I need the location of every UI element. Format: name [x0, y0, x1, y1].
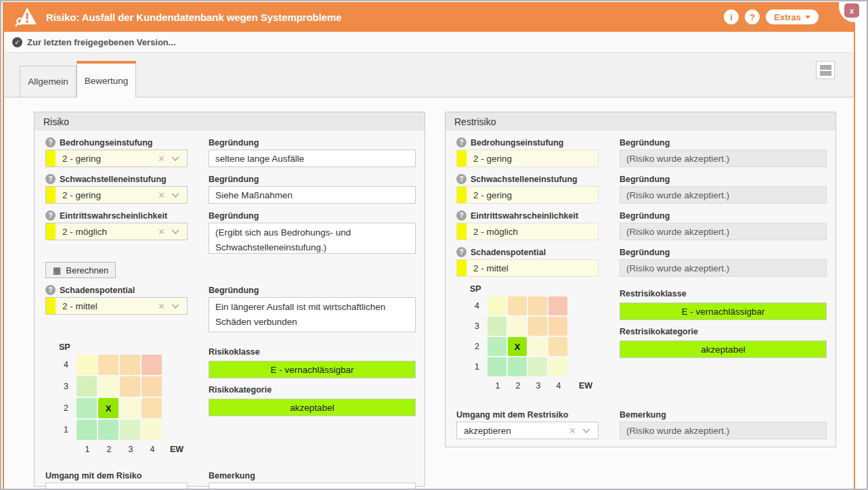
help-circle-icon[interactable]: ?	[456, 247, 466, 257]
clear-icon[interactable]: ✕	[158, 154, 165, 164]
matrix-cell-sp2-ew1	[487, 337, 506, 356]
matrix-cell-sp1-ew1	[487, 357, 506, 376]
bemerkung-input[interactable]	[209, 483, 416, 490]
matrix-cell-sp3-ew2	[98, 376, 118, 397]
clear-icon[interactable]: ✕	[158, 227, 165, 237]
begruendung-label: Begründung	[209, 137, 416, 148]
bemerkung-label: Bemerkung	[209, 470, 416, 481]
rest-schwachstellen-dropdown: 2 - gering	[456, 186, 599, 204]
matrix-cell-sp3-ew3	[528, 317, 547, 336]
tab-bewertung[interactable]: Bewertung	[77, 61, 136, 97]
restrisikoklasse-label: Restrisikoklasse	[620, 289, 827, 300]
matrix-row-labels: 4 3 2 1	[456, 296, 487, 378]
umgang-risiko-dropdown[interactable]: akzeptieren ✕	[45, 483, 188, 490]
matrix-cell-sp1-ew2	[508, 357, 527, 376]
matrix-cell-sp3-ew4	[548, 317, 567, 336]
begruendung-label: Begründung	[209, 173, 416, 185]
rest-bedrohung-label-row: ? Bedrohungseinstufung	[456, 137, 599, 148]
version-bar: ✓ Zur letzten freigegebenen Version...	[4, 32, 854, 53]
matrix-cell-sp2-ew3	[528, 337, 547, 356]
risk-dialog-window: Risiko: Ausfall der Kundendatenbank wege…	[3, 2, 855, 489]
chevron-down-icon[interactable]	[171, 301, 179, 309]
tab-allgemein[interactable]: Allgemein	[20, 66, 77, 97]
matrix-ew-axis-label: EW	[576, 381, 596, 391]
matrix-cell-sp2-ew3	[120, 398, 140, 418]
berechnen-button[interactable]: ▦ Berechnen	[45, 262, 116, 278]
risikokategorie-label: Risikokategorie	[209, 385, 416, 397]
risiko-panel: Risiko ? Bedrohungseinstufung 2 - gering…	[34, 112, 425, 487]
schwachstellen-label-row: ? Schwachstelleneinstufung	[45, 173, 188, 185]
close-icon: x	[850, 7, 854, 15]
severity-color-chip	[457, 260, 466, 276]
close-button[interactable]: x	[844, 3, 859, 18]
rest-bemerkung-readonly: (Risiko wurde akzeptiert.)	[620, 422, 827, 439]
restrisikokategorie-label: Restrisikokategorie	[620, 327, 827, 338]
restrisiko-panel-title: Restrisiko	[446, 112, 836, 131]
page-title: Risiko: Ausfall der Kundendatenbank wege…	[46, 12, 724, 23]
umgang-restrisiko-label: Umgang mit dem Restrisiko	[456, 409, 599, 420]
rest-schwachstellen-label-row: ? Schwachstelleneinstufung	[456, 173, 599, 185]
severity-color-chip	[46, 187, 56, 203]
severity-color-chip	[457, 150, 466, 166]
umgang-restrisiko-dropdown[interactable]: akzeptieren ✕	[456, 422, 599, 439]
matrix-cell-sp3-ew2	[508, 317, 527, 336]
restrisiko-panel: Restrisiko ? Bedrohungseinstufung 2 - ge…	[445, 112, 836, 447]
chevron-down-icon[interactable]	[171, 154, 179, 161]
extras-button[interactable]: Extras	[766, 9, 819, 24]
help-circle-icon[interactable]: ?	[456, 174, 466, 184]
rest-bedrohung-begruendung-readonly: (Risiko wurde akzeptiert.)	[620, 150, 827, 167]
clear-icon[interactable]: ✕	[158, 487, 165, 490]
chevron-down-icon[interactable]	[171, 227, 179, 234]
risikokategorie-value-bar: akzeptabel	[209, 399, 416, 416]
chevron-down-icon[interactable]	[171, 190, 179, 198]
clear-icon[interactable]: ✕	[158, 301, 165, 311]
matrix-cell-sp1-ew3	[120, 420, 140, 440]
schaden-begruendung-textarea[interactable]: Ein längerer Ausfall ist mit wirtschaftl…	[209, 297, 416, 332]
tab-strip: Allgemein Bewertung	[4, 53, 854, 97]
rest-risk-matrix: SP 4 3 2 1 X 1	[456, 284, 599, 391]
clear-icon[interactable]: ✕	[158, 190, 165, 200]
matrix-cell-sp3-ew1	[487, 317, 506, 336]
matrix-cell-sp1-ew2	[98, 420, 118, 440]
last-approved-version-link[interactable]: Zur letzten freigegebenen Version...	[27, 37, 176, 47]
schwachstellen-dropdown[interactable]: 2 - gering ✕	[45, 186, 188, 204]
rest-eintritt-begruendung-readonly: (Risiko wurde akzeptiert.)	[620, 223, 827, 240]
eintritt-begruendung-textarea[interactable]: (Ergibt sich aus Bedrohungs- und Schwach…	[209, 223, 416, 254]
chevron-down-icon[interactable]	[171, 487, 179, 490]
begruendung-label: Begründung	[620, 173, 827, 185]
rest-bedrohung-dropdown: 2 - gering	[456, 150, 599, 167]
help-circle-icon[interactable]: ?	[456, 137, 466, 148]
matrix-cell-sp2-ew1	[77, 398, 97, 418]
severity-color-chip	[457, 187, 466, 203]
help-circle-icon[interactable]: ?	[45, 174, 56, 184]
rest-schwachstellen-begruendung-readonly: (Risiko wurde akzeptiert.)	[620, 186, 827, 204]
help-circle-icon[interactable]: ?	[456, 210, 466, 221]
extras-label: Extras	[774, 12, 801, 22]
bedrohung-dropdown[interactable]: 2 - gering ✕	[45, 150, 188, 167]
severity-color-chip	[46, 150, 56, 166]
layout-toggle-button[interactable]	[816, 61, 835, 79]
matrix-sp-axis-label: SP	[59, 342, 188, 352]
matrix-cell-sp4-ew2	[508, 296, 527, 315]
rest-schaden-begruendung-readonly: (Risiko wurde akzeptiert.)	[620, 259, 827, 277]
titlebar: Risiko: Ausfall der Kundendatenbank wege…	[4, 2, 854, 32]
matrix-cell-sp2-ew4	[142, 398, 162, 418]
bedrohung-begruendung-input[interactable]	[209, 150, 416, 167]
chevron-down-icon[interactable]	[582, 426, 590, 433]
matrix-cell-sp1-ew4	[142, 420, 162, 440]
help-button[interactable]: ?	[745, 9, 760, 24]
info-button[interactable]: i	[724, 9, 739, 24]
clear-icon[interactable]: ✕	[569, 426, 576, 436]
check-icon: ✓	[12, 37, 22, 47]
matrix-cell-sp1-ew4	[548, 357, 567, 376]
matrix-cell-sp4-ew1	[77, 355, 97, 375]
help-circle-icon[interactable]: ?	[45, 285, 56, 295]
schwachstellen-begruendung-input[interactable]	[209, 186, 416, 204]
matrix-col-labels: 1 2 3 4 EW	[487, 381, 599, 391]
help-circle-icon[interactable]: ?	[45, 137, 56, 148]
eintritt-dropdown[interactable]: 2 - möglich ✕	[45, 223, 188, 240]
matrix-grid: X	[487, 296, 567, 378]
schaden-dropdown[interactable]: 2 - mittel ✕	[45, 297, 188, 315]
help-circle-icon[interactable]: ?	[45, 210, 56, 221]
bedrohung-label-row: ? Bedrohungseinstufung	[45, 137, 188, 148]
